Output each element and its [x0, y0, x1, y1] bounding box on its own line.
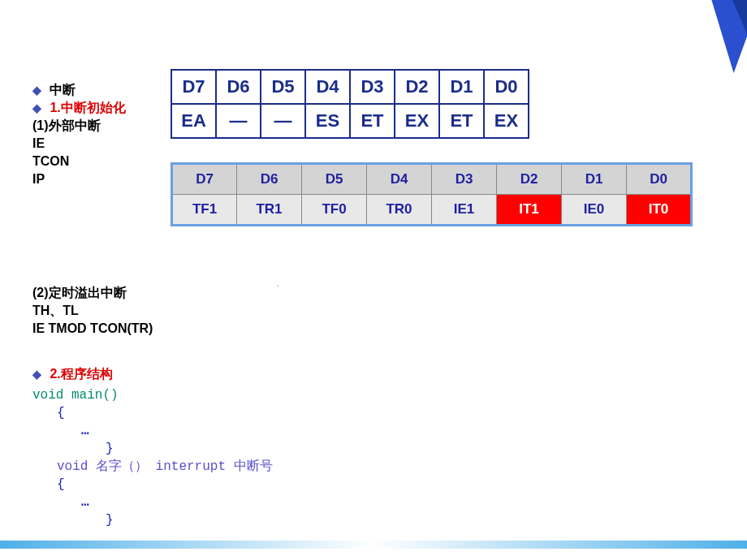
- bottom-divider: [0, 541, 747, 549]
- diamond-icon: ◆: [32, 101, 41, 114]
- text-line: TH、TL: [32, 302, 153, 320]
- cell: TF1: [172, 195, 237, 226]
- page-dot: ·: [276, 278, 279, 291]
- code-line: }: [32, 440, 273, 458]
- text-line: TCON: [32, 153, 715, 170]
- text-line: IE TMOD TCON(TR): [32, 320, 153, 338]
- code-line: …: [32, 422, 273, 440]
- text-line: (2)定时溢出中断: [32, 284, 153, 302]
- bullet-line: ◆ 1.中断初始化: [32, 99, 715, 117]
- text-line: IE: [32, 135, 715, 153]
- code-block: void main() { … } void 名字（） interrupt 中断…: [32, 386, 273, 529]
- cell: TR0: [367, 195, 432, 226]
- cell: TF0: [302, 195, 367, 226]
- cell: IE1: [432, 195, 497, 226]
- bullet-num: 1.: [50, 101, 60, 114]
- code-line: {: [32, 476, 273, 493]
- section-timer: (2)定时溢出中断 TH、TL IE TMOD TCON(TR): [32, 284, 153, 338]
- slide-content: ◆ 中断 ◆ 1.中断初始化 (1)外部中断 IE TCON IP: [32, 81, 715, 188]
- text-line: (1)外部中断: [32, 117, 715, 135]
- section-code: ◆ 2.程序结构 void main() { … } void 名字（） int…: [32, 365, 273, 529]
- code-line: void main(): [32, 386, 273, 404]
- code-line: …: [32, 493, 273, 511]
- bullet-line: ◆ 2.程序结构: [32, 365, 273, 383]
- bullet-num: 2.: [50, 367, 60, 381]
- table-row: TF1 TR1 TF0 TR0 IE1 IT1 IE0 IT0: [172, 195, 692, 226]
- bullet-text: 中断: [50, 83, 76, 97]
- bullet-text: 程序结构: [61, 367, 113, 381]
- text-line: IP: [32, 170, 715, 188]
- diamond-icon: ◆: [32, 84, 41, 97]
- diamond-icon: ◆: [32, 368, 41, 381]
- bullet-text: 中断初始化: [61, 101, 126, 114]
- code-line: }: [32, 511, 273, 529]
- cell: TR1: [237, 195, 302, 226]
- corner-decoration: [625, 0, 747, 81]
- code-line: void 名字（） interrupt 中断号: [32, 458, 273, 476]
- cell-highlight: IT1: [497, 195, 562, 226]
- cell: IE0: [562, 195, 627, 226]
- bullet-line: ◆ 中断: [32, 81, 715, 99]
- cell-highlight: IT0: [627, 195, 692, 226]
- code-line: {: [32, 404, 273, 422]
